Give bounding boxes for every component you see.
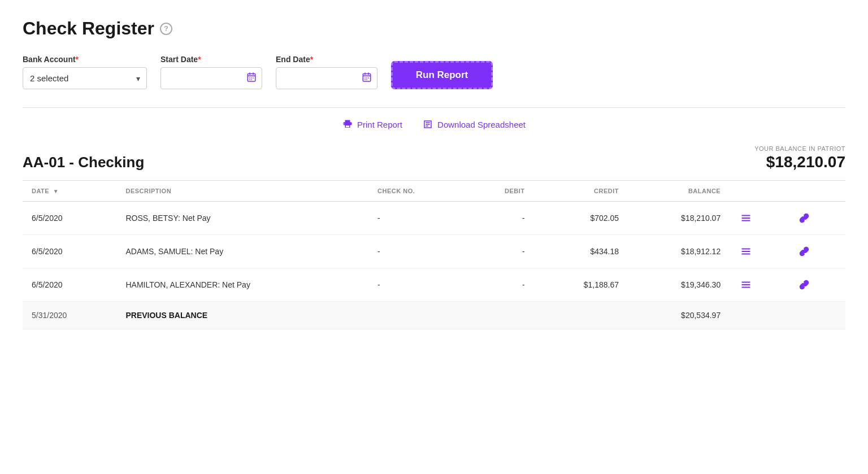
svg-rect-1 bbox=[249, 77, 250, 79]
download-spreadsheet-label: Download Spreadsheet bbox=[437, 120, 526, 129]
bank-account-group: Bank Account* 2 selected ▾ bbox=[23, 55, 147, 89]
svg-rect-7 bbox=[364, 77, 366, 79]
col-balance: BALANCE bbox=[628, 181, 730, 202]
cell-credit: $702.05 bbox=[534, 202, 628, 235]
cell-description: ROSS, BETSY: Net Pay bbox=[116, 202, 368, 235]
lines-button[interactable] bbox=[739, 244, 753, 259]
cell-balance: $19,346.30 bbox=[628, 268, 730, 302]
cell-check-no: - bbox=[368, 235, 466, 268]
link-button[interactable] bbox=[797, 211, 811, 225]
cell-check-no: - bbox=[368, 202, 466, 235]
bank-account-label: Bank Account* bbox=[23, 55, 147, 64]
print-report-label: Print Report bbox=[357, 120, 402, 129]
report-toolbar: Print Report Download Spreadsheet bbox=[23, 119, 845, 129]
svg-rect-4 bbox=[249, 79, 250, 80]
col-actions-2 bbox=[788, 181, 845, 202]
svg-rect-10 bbox=[364, 79, 366, 80]
report-form: Bank Account* 2 selected ▾ Start Date* 6… bbox=[23, 55, 845, 89]
table-header-row: DATE ▼ DESCRIPTION CHECK NO. DEBIT CREDI… bbox=[23, 181, 845, 202]
balance-info: YOUR BALANCE IN PATRIOT $18,210.07 bbox=[754, 145, 845, 171]
divider bbox=[23, 107, 845, 108]
balance-amount: $18,210.07 bbox=[754, 153, 845, 171]
end-date-label: End Date* bbox=[276, 55, 377, 64]
start-date-group: Start Date* 6/1/2020 bbox=[160, 55, 262, 89]
pb-description: PREVIOUS BALANCE bbox=[116, 302, 368, 329]
cell-lines-action bbox=[730, 202, 787, 235]
cell-date: 6/5/2020 bbox=[23, 268, 116, 302]
previous-balance-row: 5/31/2020 PREVIOUS BALANCE $20,534.97 bbox=[23, 302, 845, 329]
cell-debit: - bbox=[466, 202, 533, 235]
cell-debit: - bbox=[466, 235, 533, 268]
pb-debit bbox=[466, 302, 533, 329]
col-date[interactable]: DATE ▼ bbox=[23, 181, 116, 202]
pb-check-no bbox=[368, 302, 466, 329]
lines-button[interactable] bbox=[739, 211, 753, 225]
svg-rect-5 bbox=[251, 79, 252, 80]
bank-account-select[interactable]: 2 selected bbox=[23, 67, 147, 89]
svg-rect-2 bbox=[251, 77, 252, 79]
svg-rect-9 bbox=[368, 77, 369, 79]
link-button[interactable] bbox=[797, 244, 811, 259]
cell-debit: - bbox=[466, 268, 533, 302]
end-date-group: End Date* 6/30/2020 bbox=[276, 55, 377, 89]
help-icon[interactable]: ? bbox=[160, 23, 172, 35]
cell-lines-action bbox=[730, 268, 787, 302]
account-section: AA-01 - Checking YOUR BALANCE IN PATRIOT… bbox=[23, 145, 845, 329]
pb-balance: $20,534.97 bbox=[628, 302, 730, 329]
col-credit: CREDIT bbox=[534, 181, 628, 202]
svg-rect-8 bbox=[366, 77, 367, 79]
page-title: Check Register bbox=[23, 18, 154, 39]
end-date-wrapper: 6/30/2020 bbox=[276, 67, 377, 89]
start-date-label: Start Date* bbox=[160, 55, 262, 64]
pb-action-1 bbox=[730, 302, 787, 329]
cell-balance: $18,210.07 bbox=[628, 202, 730, 235]
svg-rect-11 bbox=[366, 79, 367, 80]
cell-date: 6/5/2020 bbox=[23, 202, 116, 235]
run-report-button[interactable]: Run Report bbox=[391, 61, 493, 89]
print-icon bbox=[342, 119, 353, 129]
table-row: 6/5/2020 HAMILTON, ALEXANDER: Net Pay - … bbox=[23, 268, 845, 302]
sort-arrow-icon: ▼ bbox=[53, 188, 59, 194]
calendar-icon-start[interactable] bbox=[246, 72, 257, 85]
pb-date: 5/31/2020 bbox=[23, 302, 116, 329]
lines-button[interactable] bbox=[739, 277, 753, 292]
spreadsheet-icon bbox=[423, 119, 433, 129]
balance-label: YOUR BALANCE IN PATRIOT bbox=[754, 145, 845, 152]
cell-check-no: - bbox=[368, 268, 466, 302]
cell-credit: $1,188.67 bbox=[534, 268, 628, 302]
cell-link-action bbox=[788, 202, 845, 235]
cell-lines-action bbox=[730, 235, 787, 268]
col-check-no: CHECK NO. bbox=[368, 181, 466, 202]
col-debit: DEBIT bbox=[466, 181, 533, 202]
bank-account-select-wrapper: 2 selected ▾ bbox=[23, 67, 147, 89]
account-header: AA-01 - Checking YOUR BALANCE IN PATRIOT… bbox=[23, 145, 845, 171]
transactions-table: DATE ▼ DESCRIPTION CHECK NO. DEBIT CREDI… bbox=[23, 180, 845, 329]
pb-credit bbox=[534, 302, 628, 329]
cell-description: HAMILTON, ALEXANDER: Net Pay bbox=[116, 268, 368, 302]
print-report-button[interactable]: Print Report bbox=[342, 119, 402, 129]
cell-link-action bbox=[788, 268, 845, 302]
table-row: 6/5/2020 ROSS, BETSY: Net Pay - - $702.0… bbox=[23, 202, 845, 235]
cell-balance: $18,912.12 bbox=[628, 235, 730, 268]
pb-action-2 bbox=[788, 302, 845, 329]
cell-description: ADAMS, SAMUEL: Net Pay bbox=[116, 235, 368, 268]
cell-link-action bbox=[788, 235, 845, 268]
account-name: AA-01 - Checking bbox=[23, 154, 144, 171]
col-actions-1 bbox=[730, 181, 787, 202]
cell-date: 6/5/2020 bbox=[23, 235, 116, 268]
download-spreadsheet-button[interactable]: Download Spreadsheet bbox=[423, 119, 526, 129]
link-button[interactable] bbox=[797, 277, 811, 292]
cell-credit: $434.18 bbox=[534, 235, 628, 268]
col-description: DESCRIPTION bbox=[116, 181, 368, 202]
calendar-icon-end[interactable] bbox=[362, 72, 372, 85]
table-row: 6/5/2020 ADAMS, SAMUEL: Net Pay - - $434… bbox=[23, 235, 845, 268]
svg-rect-3 bbox=[253, 77, 254, 79]
start-date-wrapper: 6/1/2020 bbox=[160, 67, 262, 89]
